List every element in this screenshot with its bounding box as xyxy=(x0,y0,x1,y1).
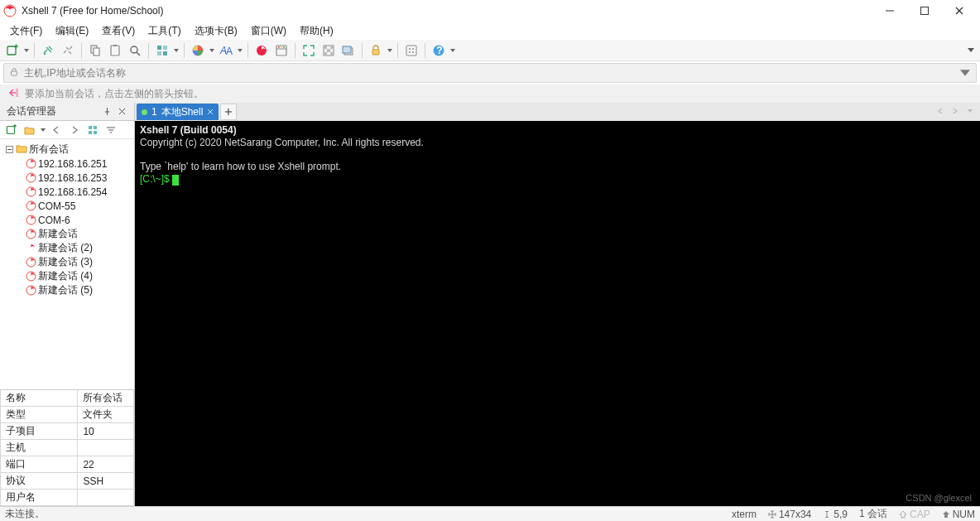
status-dot-icon xyxy=(142,109,147,115)
addressbar[interactable]: 主机,IP地址或会话名称 xyxy=(3,63,977,83)
status-termtype: xterm xyxy=(732,509,757,520)
toolbar-overflow[interactable] xyxy=(965,40,977,61)
script-button[interactable] xyxy=(272,41,291,60)
tab-close-button[interactable] xyxy=(207,106,214,118)
session-item-label: 192.168.16.254 xyxy=(38,186,107,198)
prop-val: 文件夹 xyxy=(78,407,134,423)
menu-tools[interactable]: 工具(T) xyxy=(142,22,187,40)
tab-next-button[interactable] xyxy=(949,104,962,118)
font-button[interactable]: AA xyxy=(217,41,235,60)
layout-drop[interactable] xyxy=(173,49,180,52)
forward-button[interactable] xyxy=(66,122,83,138)
svg-point-38 xyxy=(409,48,411,50)
prop-row: 类型文件夹 xyxy=(1,407,134,423)
color-button[interactable] xyxy=(189,41,207,60)
separator xyxy=(247,43,248,58)
svg-point-41 xyxy=(412,51,414,53)
session-tree[interactable]: 所有会话 192.168.16.251 192.168.16.253 192.1… xyxy=(0,139,134,389)
find-button[interactable] xyxy=(126,41,144,60)
tree-root[interactable]: 所有会话 xyxy=(0,142,134,157)
options-button[interactable] xyxy=(402,41,420,60)
collapse-icon[interactable] xyxy=(5,145,14,154)
ontop-button[interactable] xyxy=(339,41,358,60)
status-num: NUM xyxy=(942,509,975,520)
new-session-button[interactable] xyxy=(3,41,22,60)
lock-drop[interactable] xyxy=(387,49,393,52)
help-drop[interactable] xyxy=(449,49,456,52)
session-item[interactable]: 新建会话 xyxy=(0,227,134,241)
separator xyxy=(295,43,295,58)
connect-button[interactable] xyxy=(39,41,57,60)
session-item[interactable]: 192.168.16.251 xyxy=(0,157,134,171)
session-item[interactable]: 新建会话 (2) xyxy=(0,241,134,255)
svg-rect-51 xyxy=(89,126,92,129)
menu-help[interactable]: 帮助(H) xyxy=(293,22,340,40)
prop-key: 用户名 xyxy=(1,490,78,506)
statusbar: 未连接。 xterm 147x34 5,9 1 会话 CAP NUM xyxy=(0,506,980,521)
folder-icon xyxy=(16,142,27,157)
font-drop[interactable] xyxy=(237,49,243,52)
new-session-drop[interactable] xyxy=(23,49,30,52)
new-folder-drop[interactable] xyxy=(40,128,46,132)
addressbar-drop[interactable] xyxy=(959,68,971,78)
color-drop[interactable] xyxy=(209,49,215,52)
menu-tabs[interactable]: 选项卡(B) xyxy=(188,22,244,40)
minimize-button[interactable] xyxy=(872,0,907,22)
addressbar-placeholder: 主机,IP地址或会话名称 xyxy=(24,66,126,80)
help-button[interactable]: ? xyxy=(430,41,448,60)
session-item[interactable]: 新建会话 (5) xyxy=(0,283,134,297)
separator xyxy=(425,43,425,58)
tab-add-button[interactable] xyxy=(220,104,237,120)
session-item[interactable]: COM-6 xyxy=(0,213,134,227)
terminal-prompt: [C:\~]$ xyxy=(140,173,172,185)
disconnect-button[interactable] xyxy=(59,41,77,60)
view-toggle-button[interactable] xyxy=(84,122,101,138)
arrow-hint-icon xyxy=(8,87,20,101)
tabstrip: 1 本地Shell xyxy=(135,103,980,121)
cursor-icon xyxy=(172,175,179,186)
close-button[interactable] xyxy=(942,0,977,22)
new-session-small-button[interactable] xyxy=(3,122,20,138)
back-button[interactable] xyxy=(48,122,65,138)
separator xyxy=(34,43,35,58)
lock-button[interactable] xyxy=(367,41,385,60)
terminal-line: Copyright (c) 2020 NetSarang Computer, I… xyxy=(140,137,424,148)
filter-button[interactable] xyxy=(103,122,119,138)
menu-view[interactable]: 查看(V) xyxy=(95,22,142,40)
session-item-label: 新建会话 (5) xyxy=(38,283,93,297)
maximize-button[interactable] xyxy=(907,0,942,22)
session-item[interactable]: COM-55 xyxy=(0,199,134,213)
session-item[interactable]: 新建会话 (4) xyxy=(0,269,134,283)
prop-val: 所有会话 xyxy=(78,390,134,407)
panel-close-button[interactable] xyxy=(114,104,129,119)
tab-index: 1 xyxy=(151,106,157,118)
prop-row: 子项目10 xyxy=(1,423,134,440)
menu-window[interactable]: 窗口(W) xyxy=(244,22,293,40)
prop-key: 子项目 xyxy=(1,423,78,440)
session-item[interactable]: 新建会话 (3) xyxy=(0,255,134,269)
xagent-button[interactable] xyxy=(252,41,271,60)
new-folder-small-button[interactable] xyxy=(22,122,38,138)
status-sessions: 1 会话 xyxy=(859,507,887,521)
separator xyxy=(148,43,149,58)
session-item[interactable]: 192.168.16.253 xyxy=(0,171,134,185)
fullscreen-button[interactable] xyxy=(300,41,318,60)
prop-key: 名称 xyxy=(1,390,78,407)
layout-button[interactable] xyxy=(153,41,171,60)
terminal[interactable]: Xshell 7 (Build 0054) Copyright (c) 2020… xyxy=(135,121,980,506)
tab-list-button[interactable] xyxy=(963,104,977,118)
tab-prev-button[interactable] xyxy=(934,104,947,118)
paste-button[interactable] xyxy=(106,41,124,60)
sessions-panel-title: 会话管理器 xyxy=(7,104,56,118)
transparency-button[interactable] xyxy=(319,41,338,60)
sessions-panel-toolbar xyxy=(0,121,134,139)
tab-local-shell[interactable]: 1 本地Shell xyxy=(137,104,219,120)
session-item[interactable]: 192.168.16.254 xyxy=(0,185,134,199)
prop-val: 22 xyxy=(78,456,134,473)
svg-rect-35 xyxy=(343,46,351,53)
pin-button[interactable] xyxy=(99,104,114,119)
menu-edit[interactable]: 编辑(E) xyxy=(49,22,95,40)
svg-text:?: ? xyxy=(436,45,442,56)
copy-button[interactable] xyxy=(86,41,104,60)
menu-file[interactable]: 文件(F) xyxy=(3,22,49,40)
